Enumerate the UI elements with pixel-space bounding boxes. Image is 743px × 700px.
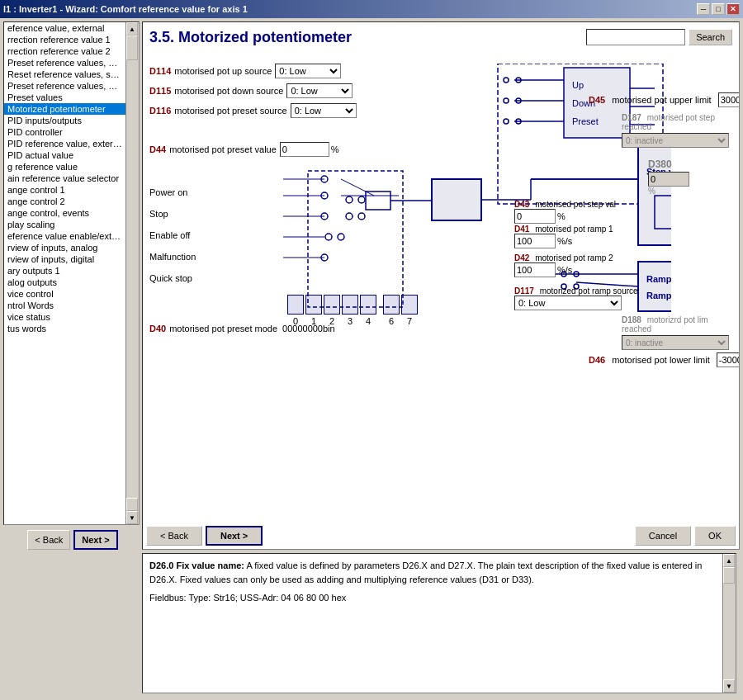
sidebar-item-22[interactable]: alog outputs [4,277,125,288]
sidebar-scrollbar[interactable]: ▲ ▼ [125,22,139,524]
d42-id: D42 [514,253,529,262]
d46-label: motorised pot lower limit [612,355,710,365]
d187-id: D187 [622,113,641,122]
sidebar-item-13[interactable]: ain reference value selector [4,173,125,184]
sidebar-scroll-up[interactable]: ▲ [126,22,138,35]
info-scroll-down[interactable]: ▼ [723,679,735,693]
d43-input[interactable] [514,209,556,224]
sidebar-item-10[interactable]: PID reference value, external [4,138,125,149]
sidebar-item-21[interactable]: ary outputs 1 [4,265,125,277]
sidebar-scroll-pagedown[interactable] [126,498,138,511]
bottom-nav: < Back Next > Cancel OK [146,526,736,546]
d46-input[interactable] [717,352,740,367]
sidebar-item-19[interactable]: rview of inputs, analog [4,242,125,253]
cancel-ok-buttons: Cancel OK [635,526,736,546]
cancel-button[interactable]: Cancel [635,526,691,546]
d41-input[interactable] [514,234,556,248]
param-d43-row: D43 motorised pot step val % [514,200,616,224]
sidebar-item-5[interactable]: Preset reference values, moni [4,80,125,92]
minimize-button[interactable]: ─ [697,3,710,15]
maximize-button[interactable]: □ [712,3,725,15]
param-d45-row: D45 motorised pot upper limit % [589,92,740,107]
param-d117-row: D117 motorized pot ramp source 0: Low [514,286,638,310]
d187-select[interactable]: 0: inactive [622,133,729,148]
sidebar-item-17[interactable]: play scaling [4,219,125,230]
d45-input[interactable] [718,92,740,107]
d117-label: motorized pot ramp source [540,286,638,296]
content-area: Search 3.5. Motorized potentiometer D114… [142,21,740,697]
d117-select[interactable]: 0: Low [514,296,622,310]
d42-unit: %/s [557,265,572,275]
sidebar-item-9[interactable]: PID controller [4,126,125,138]
next-button[interactable]: Next > [73,530,117,550]
d41-id: D41 [514,225,529,234]
d44-id: D44 [149,144,166,154]
sidebar-item-25[interactable]: vice status [4,311,125,323]
close-button[interactable]: ✕ [726,3,740,15]
sidebar-scroll-thumb[interactable] [126,35,138,60]
top-panel: Search 3.5. Motorized potentiometer D114… [142,21,740,550]
svg-line-38 [341,179,374,196]
back-button-bottom[interactable]: < Back [146,526,202,546]
d42-input[interactable] [514,262,556,277]
ok-button[interactable]: OK [694,526,736,546]
sidebar-item-2[interactable]: rrection reference value 2 [4,45,125,57]
sidebar-item-0[interactable]: eference value, external [4,22,125,34]
sidebar-item-26[interactable]: tus words [4,323,125,334]
svg-point-43 [346,213,353,220]
info-scroll-up[interactable]: ▲ [723,554,735,567]
d116-label: motorised pot preset source [174,106,286,116]
svg-point-8 [504,119,509,124]
back-button[interactable]: < Back [27,530,70,550]
search-bar: Search [586,29,732,45]
title-bar: I1 : Inverter1 - Wizard: Comfort referen… [0,0,743,18]
d188-select[interactable]: 0: inactive [622,335,729,350]
sidebar-item-4[interactable]: Reset reference values, sourc [4,69,125,80]
svg-point-2 [504,78,509,83]
svg-rect-45 [366,192,390,210]
d40-id: D40 [149,324,166,333]
d380-pct: % [648,187,689,196]
search-button[interactable]: Search [689,29,732,45]
svg-text:Up: Up [572,80,584,90]
search-input[interactable] [586,29,685,45]
signal-power-on: Power on [149,187,196,197]
d40-label: motorised pot preset mode [169,324,277,333]
sidebar-item-24[interactable]: ntrol Words [4,300,125,311]
sidebar-item-23[interactable]: vice control [4,288,125,300]
sidebar-item-16[interactable]: ange control, events [4,207,125,219]
sidebar-item-1[interactable]: rrection reference value 1 [4,34,125,45]
svg-rect-25 [655,196,671,229]
sidebar-item-18[interactable]: eference value enable/externa [4,230,125,242]
d43-id: D43 [514,200,529,209]
sidebar-item-15[interactable]: ange control 2 [4,196,125,207]
svg-point-35 [338,234,344,240]
info-scrollbar[interactable]: ▲ ▼ [722,554,736,693]
info-title: D26.0 Fix value name: [149,560,244,570]
d380-input[interactable] [648,172,689,187]
svg-point-44 [358,213,365,220]
info-scroll-thumb[interactable] [723,567,735,584]
param-d42-row: D42 motorised pot ramp 2 %/s [514,253,613,277]
svg-point-5 [504,98,509,103]
next-button-bottom[interactable]: Next > [206,526,263,546]
sidebar-item-8[interactable]: PID inputs/outputs [4,115,125,126]
d41-label: motorised pot ramp 1 [535,225,613,234]
sidebar-scroll-down[interactable]: ▼ [126,511,138,524]
signal-malfunction: Malfunction [149,252,196,262]
signal-stop: Stop [149,209,196,219]
back-next-buttons: < Back Next > [146,526,263,546]
sidebar-item-6[interactable]: Preset values [4,92,125,103]
svg-text:Ramp down: Ramp down [646,291,671,300]
sidebar-item-3[interactable]: Preset reference values, prese [4,57,125,69]
svg-rect-52 [638,262,671,311]
main-container: eference value, external rrection refere… [0,18,743,700]
sidebar-item-20[interactable]: rview of inputs, digital [4,253,125,265]
info-panel: D26.0 Fix value name: A fixed value is d… [142,553,736,693]
param-d46-row: D46 motorised pot lower limit % [589,352,740,367]
sidebar-item-11[interactable]: PID actual value [4,149,125,161]
svg-point-41 [346,196,353,203]
sidebar-item-12[interactable]: g reference value [4,161,125,173]
sidebar-item-7[interactable]: Motorized potentiometer [4,103,125,115]
sidebar-item-14[interactable]: ange control 1 [4,184,125,196]
